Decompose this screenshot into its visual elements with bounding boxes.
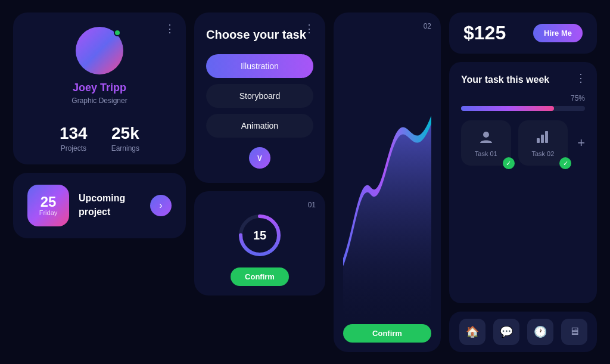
projects-value: 134 <box>60 124 88 143</box>
upcoming-card: 25 Friday Upcoming project › <box>13 173 186 238</box>
task-option-storyboard[interactable]: Storyboard <box>206 84 313 108</box>
task-01-card[interactable]: Task 01 ✓ <box>461 120 511 166</box>
timer-card: 01 15 Confirm <box>194 191 325 295</box>
timer-number: 15 <box>253 228 266 242</box>
projects-label: Projects <box>61 144 86 153</box>
task-option-animation[interactable]: Animation <box>206 114 313 138</box>
progress-bar-fill <box>461 106 554 111</box>
chart-index-label: 02 <box>424 22 431 30</box>
profile-menu-dots[interactable]: ⋮ <box>164 22 176 35</box>
price-amount: $125 <box>463 22 506 44</box>
person-icon <box>478 129 494 145</box>
nav-monitor-button[interactable]: 🖥 <box>561 319 587 345</box>
task-02-label: Task 02 <box>531 150 554 157</box>
weekly-menu-dots[interactable]: ⋮ <box>575 71 587 85</box>
hire-me-button[interactable]: Hire Me <box>533 24 583 42</box>
progress-label: 75% <box>461 94 585 102</box>
progress-bar-background <box>461 106 585 111</box>
task-card: ⋮ Choose your task Illustration Storyboa… <box>194 13 325 183</box>
online-indicator <box>114 29 121 36</box>
nav-chat-button[interactable]: 💬 <box>493 319 519 345</box>
price-card: $125 Hire Me <box>449 13 597 54</box>
date-number: 25 <box>41 195 57 209</box>
profile-role: Graphic Designer <box>71 97 127 105</box>
task-title: Choose your task <box>206 27 313 42</box>
task-02-card[interactable]: Task 02 ✓ <box>518 120 568 166</box>
profile-card: ⋮ Joey Tripp Graphic Designer 134 Projec… <box>13 13 186 164</box>
chart-area <box>343 34 431 319</box>
svg-rect-4 <box>541 135 544 143</box>
earnings-stat: 25k Earnings <box>111 124 139 153</box>
upcoming-arrow-button[interactable]: › <box>150 195 172 216</box>
weekly-title: Your task this week <box>461 74 585 86</box>
date-day: Friday <box>39 209 58 216</box>
avatar <box>76 27 123 74</box>
date-box: 25 Friday <box>27 185 69 226</box>
timer-circle: 15 <box>237 213 282 258</box>
profile-name: Joey Tripp <box>73 82 126 94</box>
projects-stat: 134 Projects <box>60 124 88 153</box>
chart-confirm-button[interactable]: Confirm <box>343 324 431 343</box>
upcoming-text: Upcoming project <box>79 192 141 219</box>
task-01-label: Task 01 <box>475 150 497 157</box>
svg-rect-5 <box>545 131 548 143</box>
task-icons-row: Task 01 ✓ Task 02 ✓ + <box>461 120 585 166</box>
svg-rect-3 <box>537 138 540 143</box>
chart-card: 02 <box>334 13 441 352</box>
timer-confirm-button[interactable]: Confirm <box>231 267 289 286</box>
earnings-value: 25k <box>111 124 139 143</box>
nav-home-button[interactable]: 🏠 <box>459 319 485 345</box>
stats-row: 134 Projects 25k Earnings <box>60 124 139 153</box>
add-task-button[interactable]: + <box>577 135 585 151</box>
bottom-nav: 🏠 💬 🕐 🖥 <box>449 312 597 352</box>
task-option-illustration[interactable]: Illustration <box>206 54 313 78</box>
scroll-down-button[interactable]: ∨ <box>249 147 270 169</box>
timer-index-label: 01 <box>308 201 316 209</box>
svg-point-2 <box>483 132 489 138</box>
task-menu-dots[interactable]: ⋮ <box>304 22 316 35</box>
nav-clock-button[interactable]: 🕐 <box>527 319 553 345</box>
chart-bar-icon <box>534 129 551 145</box>
earnings-label: Earnings <box>111 144 139 153</box>
task-02-check: ✓ <box>559 157 571 169</box>
weekly-task-card: ⋮ Your task this week 75% Task 01 ✓ <box>449 62 597 303</box>
task-01-check: ✓ <box>503 157 515 169</box>
